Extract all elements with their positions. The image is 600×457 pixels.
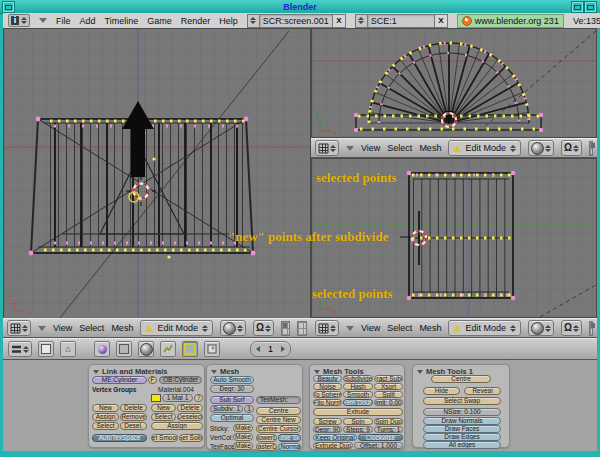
panel-link-and-materials[interactable]: Link and Materials ME:Cylinder F OB:Cyli… bbox=[88, 364, 205, 448]
optimal-toggle[interactable]: Optimal bbox=[210, 414, 254, 422]
panel-collapse-icon[interactable] bbox=[314, 370, 320, 374]
panel-collapse-icon[interactable] bbox=[211, 370, 217, 374]
centre-button[interactable]: Centre bbox=[431, 375, 491, 383]
header-collapse-icon[interactable] bbox=[39, 18, 47, 23]
panels-selector[interactable] bbox=[8, 341, 32, 357]
slower-draw-button[interactable]: SlowerDr bbox=[256, 434, 277, 442]
menu-render[interactable]: Render bbox=[181, 16, 211, 26]
header-collapse-icon[interactable] bbox=[38, 326, 46, 331]
draw-mode-selector[interactable] bbox=[528, 140, 554, 156]
logic-buttons-tab[interactable] bbox=[94, 341, 110, 357]
menu-select[interactable]: Select bbox=[387, 143, 412, 153]
viewport-type-selector[interactable] bbox=[315, 320, 339, 336]
vgroup-new-button[interactable]: New bbox=[92, 404, 119, 412]
layer-buttons-2[interactable] bbox=[297, 321, 307, 336]
spin-button[interactable]: Spin bbox=[343, 418, 373, 425]
centre-new-button[interactable]: Centre New bbox=[256, 416, 301, 424]
subdiv-field[interactable]: Subdiv: 1 bbox=[210, 405, 243, 413]
set-smooth-button[interactable]: Set Smooth bbox=[151, 434, 178, 442]
viewport-type-selector[interactable] bbox=[315, 140, 339, 156]
draw-mode-selector[interactable] bbox=[220, 320, 246, 336]
vgroup-select-button[interactable]: Select bbox=[92, 422, 119, 430]
noise-button[interactable]: Noise bbox=[313, 383, 342, 390]
draw-normals-toggle[interactable]: Draw Normals bbox=[423, 417, 501, 425]
smooth-button[interactable]: Smooth bbox=[343, 391, 373, 398]
panel-mesh[interactable]: Mesh Auto Smooth Degr: 30 Sub Surf TexMe… bbox=[206, 364, 303, 450]
offset-field[interactable]: Offset: 1.000 bbox=[354, 442, 403, 449]
screw-button[interactable]: Screw bbox=[313, 418, 342, 425]
vertcol-make-button[interactable]: Make bbox=[233, 433, 253, 441]
split-button[interactable]: Split bbox=[374, 391, 403, 398]
frame-next-icon[interactable] bbox=[281, 346, 285, 352]
clockwise-toggle[interactable]: Clockwise bbox=[358, 434, 403, 441]
frame-prev-icon[interactable] bbox=[256, 346, 260, 352]
menu-view[interactable]: View bbox=[361, 323, 380, 333]
panel-collapse-icon[interactable] bbox=[417, 370, 423, 374]
hash-button[interactable]: Hash bbox=[343, 383, 373, 390]
scene-selector-value[interactable]: SCE:1 bbox=[368, 14, 435, 28]
faster-draw-button[interactable]: FasterDr bbox=[256, 443, 277, 451]
viewport-3d-top[interactable]: y x bbox=[311, 28, 597, 138]
layer-buttons[interactable] bbox=[281, 321, 291, 336]
nsize-field[interactable]: NSize: 0.100 bbox=[423, 408, 501, 416]
menu-mesh[interactable]: Mesh bbox=[111, 323, 133, 333]
auto-smooth-toggle[interactable]: Auto Smooth bbox=[210, 376, 254, 384]
xsort-button[interactable]: Xsort bbox=[374, 383, 403, 390]
panel-align-button[interactable] bbox=[38, 341, 54, 357]
object-name-field[interactable]: OB:Cylinder bbox=[159, 376, 202, 384]
flip-normals-button[interactable]: Flip Norm bbox=[313, 399, 342, 406]
menu-select[interactable]: Select bbox=[387, 323, 412, 333]
sticky-make-button[interactable]: Make bbox=[233, 424, 253, 432]
material-assign-button[interactable]: Assign bbox=[151, 422, 203, 430]
menu-select[interactable]: Select bbox=[79, 323, 104, 333]
scene-dropdown-icon[interactable] bbox=[355, 14, 368, 28]
header-collapse-icon[interactable] bbox=[346, 146, 354, 151]
layer-buttons[interactable] bbox=[589, 321, 593, 336]
header-collapse-icon[interactable] bbox=[346, 326, 354, 331]
material-deselect-button[interactable]: Deselect bbox=[177, 413, 203, 421]
no-vnormal-flip-toggle[interactable]: No V.Normal Flip bbox=[278, 443, 301, 451]
menu-add[interactable]: Add bbox=[80, 16, 96, 26]
scene-buttons-tab[interactable] bbox=[204, 341, 220, 357]
keep-original-toggle[interactable]: Keep Original bbox=[313, 434, 357, 441]
mode-selector[interactable]: Edit Mode bbox=[448, 320, 521, 336]
autotexspace-button[interactable]: AutoTexSpace bbox=[92, 434, 147, 442]
vgroup-remove-button[interactable]: Remove bbox=[120, 413, 147, 421]
vgroup-assign-button[interactable]: Assign bbox=[92, 413, 119, 421]
panel-collapse-icon[interactable] bbox=[93, 370, 99, 374]
steps-field[interactable]: Steps: 9 bbox=[343, 426, 373, 433]
window-type-selector[interactable]: i bbox=[8, 14, 30, 27]
screen-dropdown-icon[interactable] bbox=[247, 14, 260, 28]
draw-edges-toggle[interactable]: Draw Edges bbox=[423, 433, 501, 441]
extrude-button[interactable]: Extrude bbox=[313, 408, 403, 416]
title-bar[interactable]: Blender bbox=[0, 0, 600, 14]
degr-90-field[interactable]: Degr: 90 bbox=[313, 426, 342, 433]
menu-mesh[interactable]: Mesh bbox=[419, 323, 441, 333]
material-query-button[interactable]: ? bbox=[194, 394, 203, 402]
centre-cursor-button[interactable]: Centre Cursor bbox=[256, 425, 301, 433]
object-buttons-tab[interactable] bbox=[160, 341, 176, 357]
texmesh-field[interactable]: TexMesh: bbox=[256, 396, 301, 404]
material-select-button[interactable]: Select bbox=[151, 413, 176, 421]
mode-selector[interactable]: Edit Mode bbox=[448, 140, 521, 156]
screen-selector-value[interactable]: SCR:screen.001 bbox=[260, 14, 333, 28]
pivot-selector[interactable]: Ω bbox=[253, 320, 274, 336]
sub-surf-toggle[interactable]: Sub Surf bbox=[210, 396, 254, 404]
set-solid-button[interactable]: Set Solid bbox=[179, 434, 203, 442]
material-delete-button[interactable]: Delete bbox=[177, 404, 203, 412]
vgroup-delete-button[interactable]: Delete bbox=[120, 404, 147, 412]
fract-subd-button[interactable]: Fract Subd bbox=[374, 375, 403, 382]
shading-buttons-tab[interactable] bbox=[138, 341, 154, 357]
menu-mesh[interactable]: Mesh bbox=[419, 143, 441, 153]
limit-field[interactable]: Limit: 0.001 bbox=[374, 399, 403, 406]
draw-faces-toggle[interactable]: Draw Faces bbox=[423, 425, 501, 433]
select-swap-button[interactable]: Select Swap bbox=[423, 397, 501, 405]
home-button[interactable]: ⌂ bbox=[60, 341, 76, 357]
viewport-type-selector[interactable] bbox=[7, 320, 31, 336]
mode-selector[interactable]: Edit Mode bbox=[140, 320, 213, 336]
menu-view[interactable]: View bbox=[53, 323, 72, 333]
panel-mesh-tools-1[interactable]: Mesh Tools 1 Centre Hide Reveal Select S… bbox=[412, 364, 510, 448]
degr-field[interactable]: Degr: 30 bbox=[210, 385, 254, 393]
centre-button[interactable]: Centre bbox=[256, 407, 301, 415]
all-edges-toggle[interactable]: All edges bbox=[423, 441, 501, 449]
